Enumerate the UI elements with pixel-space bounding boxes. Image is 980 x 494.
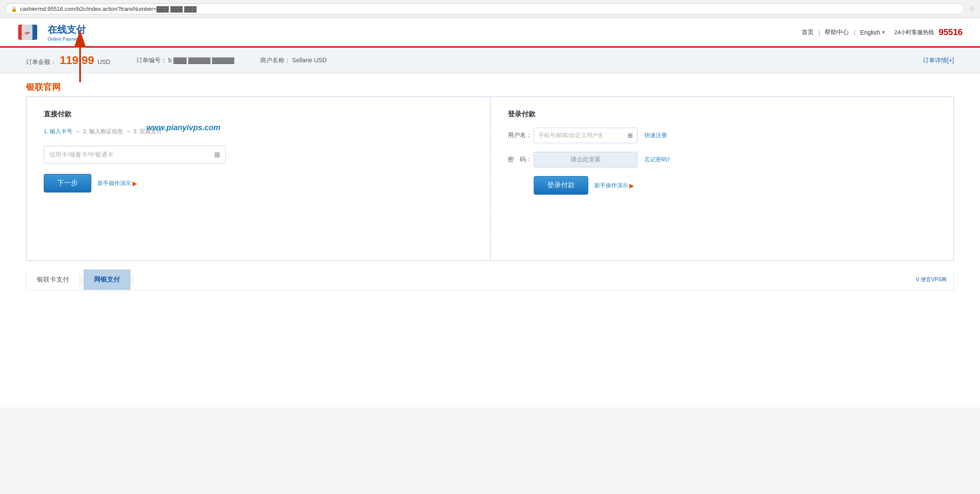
direct-demo-text: 新手操作演示: [97, 180, 131, 187]
step-2: 2. 输入验证信息: [83, 128, 122, 135]
step-1: 1. 输入卡号: [44, 128, 72, 135]
next-step-button[interactable]: 下一步: [44, 174, 91, 192]
username-input[interactable]: 手机号/邮箱/自定义用户名 ⊞: [534, 128, 638, 143]
login-payment-button[interactable]: 登录付款: [534, 176, 588, 195]
merchant-label: 商户名称：: [260, 57, 290, 64]
forgot-password-link[interactable]: 忘记密码?: [645, 156, 670, 164]
address-bar[interactable]: 🔒 cashiermd.95516.com/b2c/index.action?t…: [5, 3, 964, 14]
login-demo-link[interactable]: 新手操作演示 ▶: [594, 182, 634, 189]
chevron-down-icon: ▼: [881, 30, 886, 35]
address-text: cashiermd.95516.com/b2c/index.action?tra…: [20, 6, 197, 12]
card-input-row[interactable]: 信用卡/储蓄卡/中银通卡 ⊞: [44, 146, 226, 164]
bottom-logo: V 便宜VPS网: [909, 270, 954, 289]
language-label: English: [860, 29, 880, 36]
order-no-value: b ▓▓▓ ▓▓▓▓▓ ▓▓▓▓▓: [168, 57, 234, 64]
order-detail-link[interactable]: 订单详情[+]: [923, 57, 954, 64]
step-3: 3. 完成支付: [133, 128, 162, 135]
lock-icon: 🔒: [11, 6, 17, 12]
step-arrow-1: →: [75, 128, 80, 135]
bottom-logo-text: V 便宜VPS网: [916, 276, 947, 283]
section-label: 银联官网: [0, 74, 980, 96]
payment-steps: 1. 输入卡号 → 2. 输入验证信息 → 3. 完成支付 www.pianyi…: [44, 128, 473, 135]
step-arrow-2: →: [126, 128, 131, 135]
login-demo-text: 新手操作演示: [594, 182, 628, 189]
password-row: 密 码： 请点此安装 忘记密码?: [508, 152, 937, 167]
amount-label: 订单金额：: [26, 58, 56, 65]
browser-chrome: 🔒 cashiermd.95516.com/b2c/index.action?t…: [0, 0, 980, 18]
password-label: 密 码：: [508, 156, 529, 164]
unionpay-logo: UP: [17, 22, 45, 42]
login-payment-title: 登录付款: [508, 110, 937, 119]
tabs-row: 银联卡支付 | 网银支付 | V 便宜VPS网: [26, 269, 954, 290]
username-label: 用户名：: [508, 132, 529, 139]
logo-text-cn: 在线支付: [48, 24, 86, 35]
password-input[interactable]: 请点此安装: [534, 152, 638, 167]
header-nav: 首页 | 帮助中心 | English ▼ 24小时客服热线 95516: [802, 27, 963, 37]
password-placeholder: 请点此安装: [571, 156, 601, 163]
bookmark-icon[interactable]: ☆: [969, 5, 975, 13]
nav-help[interactable]: 帮助中心: [825, 29, 849, 36]
tab-separator: |: [80, 276, 84, 283]
svg-text:UP: UP: [25, 31, 30, 35]
nav-sep-1: |: [819, 29, 820, 36]
tab-unionpay-card[interactable]: 银联卡支付: [26, 269, 80, 290]
direct-payment-actions: 下一步 新手操作演示 ▶: [44, 174, 473, 192]
play-icon-2: ▶: [629, 182, 634, 189]
tab-online-banking[interactable]: 网银支付: [84, 269, 131, 290]
header: UP 在线支付 Online Payment 首页 | 帮助中心 | Engli…: [0, 18, 980, 48]
merchant-name: 商户名称： Sellane USD: [260, 57, 327, 64]
direct-payment-title: 直接付款: [44, 110, 473, 119]
language-selector[interactable]: English ▼: [860, 29, 886, 36]
amount-value: 119.99: [60, 54, 94, 67]
card-input-placeholder: 信用卡/储蓄卡/中银通卡: [49, 151, 214, 159]
username-row: 用户名： 手机号/邮箱/自定义用户名 ⊞ 快速注册: [508, 128, 937, 143]
amount-currency: USD: [97, 58, 110, 65]
order-no-label: 订单编号：: [136, 57, 167, 64]
quick-register-link[interactable]: 快速注册: [645, 132, 667, 139]
play-icon: ▶: [132, 180, 137, 187]
bottom-tabs: 银联卡支付 | 网银支付 | V 便宜VPS网: [26, 269, 954, 290]
order-bar: 订单金额： 119.99 USD 订单编号： b ▓▓▓ ▓▓▓▓▓ ▓▓▓▓▓…: [0, 48, 980, 74]
login-actions: 登录付款 新手操作演示 ▶: [508, 176, 937, 195]
direct-payment-panel: 直接付款 1. 输入卡号 → 2. 输入验证信息 → 3. 完成支付 www.p…: [26, 97, 490, 260]
step-3-container: 3. 完成支付 www.pianyivps.com: [133, 128, 162, 135]
order-amount: 订单金额： 119.99 USD: [26, 54, 110, 67]
username-placeholder: 手机号/邮箱/自定义用户名: [538, 132, 603, 139]
nav-home[interactable]: 首页: [802, 29, 814, 36]
hotline-number: 95516: [938, 27, 963, 37]
merchant-value: Sellane USD: [292, 57, 327, 64]
nav-sep-2: |: [854, 29, 855, 36]
keyboard-icon: ⊞: [628, 132, 633, 139]
logo-text-en: Online Payment: [48, 36, 86, 42]
login-payment-panel: 登录付款 用户名： 手机号/邮箱/自定义用户名 ⊞ 快速注册 密 码： 请点此安…: [490, 97, 954, 260]
direct-demo-link[interactable]: 新手操作演示 ▶: [97, 180, 137, 187]
payment-box: 直接付款 1. 输入卡号 → 2. 输入验证信息 → 3. 完成支付 www.p…: [26, 96, 954, 261]
tab-separator-2: |: [131, 276, 134, 283]
card-scan-icon[interactable]: ⊞: [214, 151, 220, 159]
logo-area: UP 在线支付 Online Payment: [17, 22, 86, 42]
order-number: 订单编号： b ▓▓▓ ▓▓▓▓▓ ▓▓▓▓▓: [136, 57, 234, 64]
hotline-label: 24小时客服热线: [894, 29, 934, 36]
